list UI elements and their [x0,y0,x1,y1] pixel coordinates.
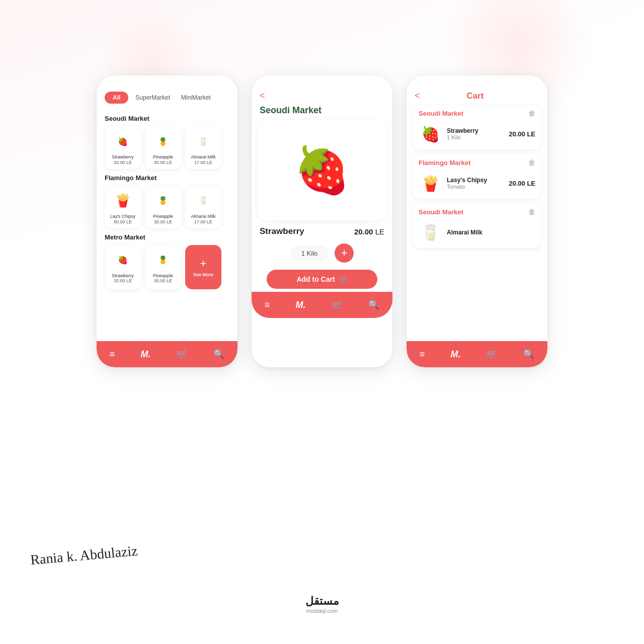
flamingo-product-chips[interactable]: 🍟 Lay's Chipsy 80.00 LE [105,186,141,228]
market-title-metro: Metro Market [105,233,229,241]
strawberry-emoji-1: 🍓 [118,137,128,146]
metro-product-pineapple[interactable]: 🍍 Pineapple 30.00 LE [145,245,181,289]
strawberry-img-2: 🍓 [112,249,134,271]
cart-strawberry-img: 🍓 [419,122,442,145]
main-canvas: All SuperMarket MiniMarket Seoudi Market… [0,0,644,644]
pineapple-name-3: Pineapple [153,273,173,279]
add-to-cart-label: Add to Cart [296,275,335,283]
cart-milk-img: 🥛 [419,221,442,244]
cart-milk-name: Almarai Milk [447,229,530,236]
metro-product-strawberry[interactable]: 🍓 Strawberry 20.00 LE [105,245,141,289]
nav-cart-icon[interactable]: 🛒 [177,349,188,360]
flamingo-product-milk[interactable]: 🥛 Almarai Milk 17.00 LE [185,186,221,228]
pineapple-price-1: 30.00 LE [154,160,172,165]
phone-notch-3 [457,75,497,86]
delete-section-2-button[interactable]: 🗑 [528,158,535,167]
chips-name-1: Lay's Chipsy [110,214,136,219]
pineapple-img-1: 🍍 [152,130,174,152]
see-more-plus-icon: + [200,257,207,270]
milk-img-2: 🥛 [192,190,214,212]
screen3-header: < Cart [407,87,547,103]
cart-body: Seoudi Market 🗑 🍓 Strawberry 1 Kilo 20.0… [407,103,547,341]
phone-1-market-list: All SuperMarket MiniMarket Seoudi Market… [97,75,237,367]
see-more-button[interactable]: + See More [185,245,221,289]
screen3-bottom-nav: ≡ M. 🛒 🔍 [407,341,547,367]
screen2-market-title: Seoudi Market [252,105,392,120]
nav-logo[interactable]: M. [141,349,151,360]
nav-menu-icon[interactable]: ≡ [110,349,115,360]
pineapple-emoji-2: 🍍 [158,196,168,205]
tab-supermarket[interactable]: SuperMarket [131,92,174,104]
phone-2-product-detail: < Seoudi Market 🍓 Strawberry 20.00 LE [252,75,392,367]
back-button-2[interactable]: < [260,91,265,101]
designer-signature: Rania k. Abdulaziz [30,543,138,569]
strawberry-emoji-2: 🍓 [118,255,128,265]
nav-logo-2[interactable]: M. [296,300,306,310]
cart-section-seoudi-2: Seoudi Market 🗑 🥛 Almarai Milk [413,204,541,248]
cart-strawberry-name: Strawberry [447,127,504,134]
cart-strawberry-details: Strawberry 1 Kilo [447,127,504,140]
phone-3-cart: < Cart Seoudi Market 🗑 🍓 [407,75,547,367]
delete-section-3-button[interactable]: 🗑 [528,208,535,216]
increment-button[interactable]: + [335,244,354,263]
phone-3-content: < Cart Seoudi Market 🗑 🍓 [407,75,547,367]
seoudi-product-strawberry[interactable]: 🍓 Strawberry 20.00 LE [105,126,141,169]
screen2-bottom-nav: ≡ M. 🛒 🔍 [252,292,392,318]
seoudi-product-milk[interactable]: 🥛 Almarai Milk 17.00 LE [185,126,221,169]
quantity-controls: 1 Kilo + [252,239,392,267]
milk-emoji-2: 🥛 [198,196,208,205]
nav-cart-icon-2[interactable]: 🛒 [332,299,343,310]
cart-strawberry-price: 20.00 LE [509,130,535,138]
seoudi-products-row: 🍓 Strawberry 20.00 LE 🍍 Pineapple 30.00 … [105,126,229,169]
strawberry-price-2: 20.00 LE [114,278,132,283]
tab-all[interactable]: All [105,92,128,104]
milk-name-2: Almarai Milk [191,214,215,219]
flamingo-product-pineapple[interactable]: 🍍 Pineapple 30.00 LE [145,186,181,228]
cart-chips-emoji: 🍟 [421,175,440,192]
see-more-label: See More [193,272,213,277]
delete-section-1-button[interactable]: 🗑 [528,109,535,117]
pineapple-name-1: Pineapple [153,154,173,160]
phone-notch-1 [147,75,187,86]
cart-market-header-3: Seoudi Market 🗑 [413,204,541,218]
cart-market-name-seoudi-1: Seoudi Market [419,110,463,117]
nav-search-icon-2[interactable]: 🔍 [368,299,379,310]
tab-minimarket[interactable]: MiniMarket [177,92,215,104]
cart-market-name-flamingo: Flamingo Market [419,159,470,167]
cart-strawberry-emoji: 🍓 [421,125,440,143]
nav-cart-icon-3[interactable]: 🛒 [487,349,498,360]
quantity-display: 1 Kilo [290,246,329,261]
pineapple-name-2: Pineapple [153,214,173,219]
nav-menu-icon-2[interactable]: ≡ [265,300,270,310]
nav-logo-3[interactable]: M. [451,349,461,360]
strawberry-large-emoji: 🍓 [294,147,350,193]
cart-chips-price: 20.00 LE [509,180,535,187]
chips-price-1: 80.00 LE [114,219,132,224]
pineapple-price-2: 30.00 LE [154,219,172,224]
pineapple-img-3: 🍍 [152,249,174,271]
pineapple-emoji-3: 🍍 [158,255,168,265]
flamingo-products-row: 🍟 Lay's Chipsy 80.00 LE 🍍 Pineapple 30.0… [105,186,229,228]
nav-menu-icon-3[interactable]: ≡ [420,349,425,360]
product-price-value: 20.00 [354,227,373,236]
cart-chips-details: Lasy's Chipsy Tomato [447,177,504,190]
add-to-cart-button[interactable]: Add to Cart 🛒 [267,270,377,289]
mostaql-logo: مستقل mostaql.com [305,595,339,614]
nav-search-icon[interactable]: 🔍 [213,349,224,360]
mostaql-domain: mostaql.com [305,608,339,614]
milk-price-1: 17.00 LE [194,160,212,165]
back-button-3[interactable]: < [415,91,420,101]
cart-item-strawberry: 🍓 Strawberry 1 Kilo 20.00 LE [413,119,541,149]
cart-chips-name: Lasy's Chipsy [447,177,504,184]
cart-item-milk: 🥛 Almarai Milk [413,218,541,248]
cart-section-flamingo: Flamingo Market 🗑 🍟 Lasy's Chipsy Tomato… [413,154,541,199]
cart-milk-details: Almarai Milk [447,229,530,236]
market-list-body: Seoudi Market 🍓 Strawberry 20.00 LE 🍍 Pi… [97,108,237,341]
screen1-header: All SuperMarket MiniMarket [97,87,237,108]
seoudi-product-pineapple[interactable]: 🍍 Pineapple 30.00 LE [145,126,181,169]
nav-search-icon-3[interactable]: 🔍 [523,349,534,360]
cart-section-seoudi-1: Seoudi Market 🗑 🍓 Strawberry 1 Kilo 20.0… [413,105,541,149]
market-title-flamingo: Flamingo Market [105,174,229,182]
mostaql-arabic-text: مستقل [305,595,339,608]
milk-name-1: Almarai Milk [191,154,215,160]
